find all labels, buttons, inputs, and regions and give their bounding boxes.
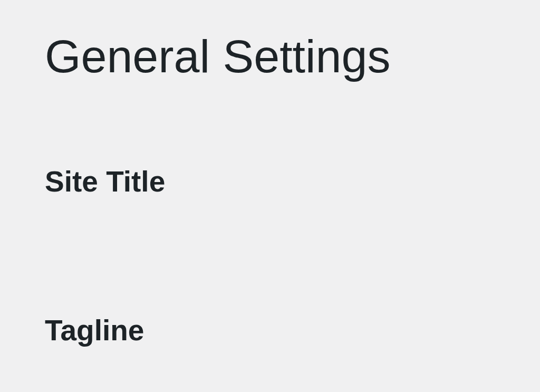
page-title: General Settings — [45, 26, 540, 87]
site-title-row: Site Title — [45, 163, 540, 201]
site-title-label: Site Title — [45, 165, 165, 198]
tagline-row: Tagline — [45, 312, 540, 350]
tagline-label: Tagline — [45, 314, 144, 347]
